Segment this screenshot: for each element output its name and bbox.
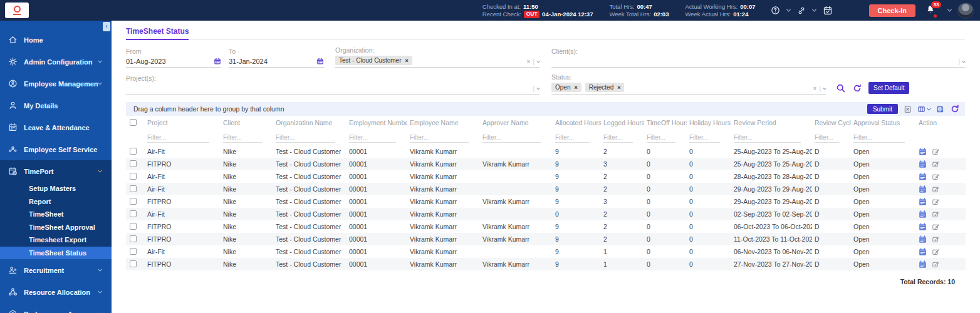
- organization-select[interactable]: Organization: Test - Cloud Customer× ×|: [335, 46, 540, 68]
- view-timesheet-calendar-icon[interactable]: [919, 223, 927, 231]
- row-checkbox[interactable]: [130, 160, 137, 167]
- user-avatar[interactable]: [957, 3, 974, 19]
- column-header-logged-hours[interactable]: Logged Hours: [601, 116, 644, 130]
- view-timesheet-calendar-icon[interactable]: [919, 210, 927, 218]
- row-checkbox[interactable]: [130, 173, 137, 180]
- sidebar-item-timesheet-status[interactable]: TimeSheet Status: [0, 247, 112, 260]
- chip-remove-icon[interactable]: ×: [617, 85, 620, 91]
- row-checkbox[interactable]: [130, 185, 137, 192]
- submit-button[interactable]: Submit: [867, 104, 898, 114]
- row-checkbox[interactable]: [130, 260, 137, 267]
- chip-remove-icon[interactable]: ×: [405, 58, 408, 64]
- select-all-checkbox[interactable]: [130, 119, 137, 126]
- view-timesheet-calendar-icon[interactable]: [919, 260, 927, 269]
- sidebar-item-timesheet[interactable]: TimeSheet: [0, 208, 112, 221]
- row-checkbox[interactable]: [130, 148, 137, 155]
- sidebar-item-report[interactable]: Report: [0, 195, 112, 208]
- row-checkbox[interactable]: [130, 235, 137, 242]
- sidebar-item-home[interactable]: Home: [0, 29, 112, 51]
- to-date-input[interactable]: 31-Jan-2024: [229, 58, 268, 65]
- edit-icon[interactable]: [932, 210, 940, 218]
- view-timesheet-calendar-icon[interactable]: [919, 248, 927, 256]
- column-header-client[interactable]: Client: [221, 116, 273, 130]
- chevron-down-icon[interactable]: [786, 8, 790, 12]
- link-icon[interactable]: [797, 6, 806, 15]
- column-header-approver-name[interactable]: Approver Name: [480, 116, 553, 130]
- sidebar-item-timesheet-approval[interactable]: TimeSheet Approval: [0, 221, 112, 234]
- edit-icon[interactable]: [932, 223, 940, 231]
- app-logo[interactable]: [5, 3, 29, 18]
- column-header-project[interactable]: Project: [145, 116, 221, 130]
- edit-icon[interactable]: [932, 248, 940, 256]
- chevron-down-icon[interactable]: [962, 59, 966, 63]
- row-checkbox[interactable]: [130, 198, 137, 205]
- view-timesheet-calendar-icon[interactable]: [919, 185, 927, 193]
- row-checkbox[interactable]: [130, 248, 137, 255]
- save-icon[interactable]: [936, 105, 944, 113]
- edit-icon[interactable]: [932, 260, 940, 269]
- chevron-down-icon[interactable]: [536, 59, 540, 63]
- projects-select[interactable]: Project(s): |: [126, 74, 540, 95]
- column-header-action[interactable]: Action: [916, 116, 966, 130]
- calendar-picker-icon[interactable]: [316, 58, 324, 65]
- sidebar-collapse-button[interactable]: ‹: [103, 22, 110, 31]
- view-timesheet-calendar-icon[interactable]: [919, 198, 927, 206]
- sidebar-item-recruitment[interactable]: Recruitment: [0, 259, 112, 281]
- edit-icon[interactable]: [932, 173, 940, 181]
- chevron-down-icon[interactable]: [536, 86, 540, 90]
- filter-input-review-cycle[interactable]: [815, 134, 840, 143]
- column-header-approval-status[interactable]: Approval Status: [851, 116, 916, 130]
- notification-bell-icon[interactable]: 33: [925, 4, 936, 17]
- clear-selection-icon[interactable]: ×: [813, 85, 817, 92]
- edit-icon[interactable]: [932, 198, 940, 206]
- filter-input-client[interactable]: [223, 134, 262, 143]
- column-header-holiday-hours[interactable]: Holiday Hours: [687, 116, 731, 130]
- sidebar-item-timeport[interactable]: TimePort: [0, 160, 112, 182]
- tab-timesheet-status[interactable]: TimeSheet Status: [126, 27, 189, 40]
- column-header-organization-name[interactable]: Organization Name: [273, 116, 347, 130]
- chevron-down-icon[interactable]: [947, 8, 952, 12]
- refresh-grid-icon[interactable]: [950, 104, 960, 114]
- column-chooser-icon[interactable]: [917, 105, 925, 113]
- clients-select[interactable]: Client(s): |: [551, 48, 965, 68]
- view-timesheet-calendar-icon[interactable]: [919, 160, 927, 168]
- column-header-employee-name[interactable]: Employee Name: [407, 116, 480, 130]
- filter-input-allocated-hours[interactable]: [555, 134, 590, 143]
- from-date-input[interactable]: 01-Aug-2023: [126, 58, 166, 65]
- edit-icon[interactable]: [932, 185, 940, 193]
- edit-icon[interactable]: [932, 148, 940, 156]
- set-default-button[interactable]: Set Default: [868, 82, 909, 94]
- sidebar-item-leave-attendance[interactable]: Leave & Attendance: [0, 116, 112, 138]
- column-header-review-cycle[interactable]: Review Cycle: [812, 116, 851, 130]
- sidebar-item-employee-management[interactable]: Employee Management: [0, 73, 112, 95]
- filter-input-logged-hours[interactable]: [603, 134, 633, 143]
- chevron-down-icon[interactable]: [823, 86, 826, 90]
- filter-input-employee-name[interactable]: [410, 134, 469, 143]
- column-header-employment-number[interactable]: Employment Number: [347, 116, 407, 130]
- filter-input-approver-name[interactable]: [482, 134, 541, 143]
- chevron-down-icon[interactable]: [811, 8, 816, 12]
- sidebar-item-performance-assessment[interactable]: Performance Assessment: [0, 303, 112, 313]
- excel-export-icon[interactable]: [904, 105, 912, 113]
- group-by-hint[interactable]: Drag a column header here to group by th…: [133, 105, 284, 113]
- column-header-allocated-hours[interactable]: Allocated Hours: [553, 116, 601, 130]
- filter-input-organization-name[interactable]: [276, 134, 335, 143]
- status-select[interactable]: Status: Open×Rejected× ×|: [551, 73, 826, 95]
- filter-input-employment-number[interactable]: [349, 134, 396, 143]
- row-checkbox[interactable]: [130, 210, 137, 217]
- refresh-icon[interactable]: [852, 83, 862, 93]
- clear-selection-icon[interactable]: ×: [527, 58, 531, 65]
- sidebar-item-timesheet-export[interactable]: Timesheet Export: [0, 233, 112, 247]
- filter-input-timeoff-hours[interactable]: [647, 134, 675, 143]
- sidebar-item-my-details[interactable]: My Details: [0, 95, 112, 116]
- view-timesheet-calendar-icon[interactable]: [919, 148, 927, 156]
- row-checkbox[interactable]: [130, 223, 137, 230]
- sidebar-item-resource-allocation[interactable]: Resource Allocation: [0, 281, 112, 303]
- view-timesheet-calendar-icon[interactable]: [919, 173, 927, 181]
- filter-input-holiday-hours[interactable]: [689, 134, 720, 143]
- search-icon[interactable]: [836, 83, 846, 93]
- column-header-timeoff-hours[interactable]: TimeOff Hours: [644, 116, 687, 130]
- calendar-check-icon[interactable]: [823, 6, 833, 16]
- column-header-review-period[interactable]: Review Period: [731, 116, 812, 130]
- sidebar-item-employee-self-service[interactable]: Employee Self Service: [0, 138, 112, 160]
